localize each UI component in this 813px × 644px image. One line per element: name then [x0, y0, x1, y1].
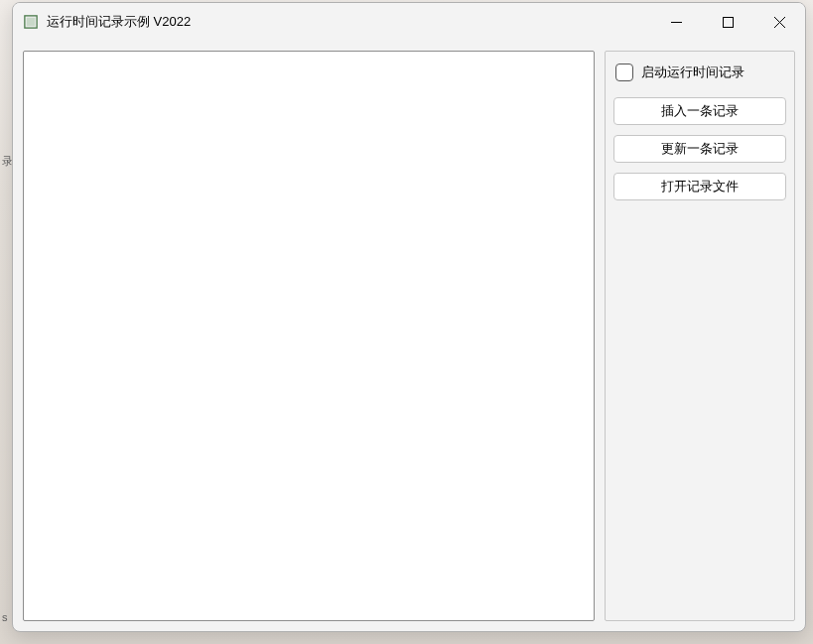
- minimize-button[interactable]: [650, 3, 702, 41]
- log-textarea[interactable]: [23, 51, 595, 621]
- open-log-file-button[interactable]: 打开记录文件: [613, 173, 786, 200]
- content-area: 启动运行时间记录 插入一条记录 更新一条记录 打开记录文件: [13, 41, 805, 631]
- maximize-button[interactable]: [702, 3, 753, 41]
- side-panel: 启动运行时间记录 插入一条记录 更新一条记录 打开记录文件: [605, 51, 795, 621]
- update-record-button[interactable]: 更新一条记录: [613, 135, 786, 163]
- enable-log-label: 启动运行时间记录: [641, 64, 745, 81]
- enable-log-checkbox[interactable]: [615, 64, 633, 81]
- svg-rect-1: [27, 18, 36, 27]
- close-button[interactable]: [753, 3, 805, 41]
- window-controls: [650, 3, 805, 41]
- svg-rect-3: [723, 17, 733, 27]
- bg-text-fragment: s: [2, 611, 8, 623]
- window-title: 运行时间记录示例 V2022: [47, 13, 650, 31]
- app-icon: [23, 14, 39, 30]
- titlebar[interactable]: 运行时间记录示例 V2022: [13, 3, 805, 41]
- enable-log-checkbox-row[interactable]: 启动运行时间记录: [613, 62, 786, 87]
- insert-record-button[interactable]: 插入一条记录: [613, 97, 786, 125]
- app-window: 运行时间记录示例 V2022 启动运行时间记录 插入一条记录 更新一条记录 打开…: [12, 2, 806, 632]
